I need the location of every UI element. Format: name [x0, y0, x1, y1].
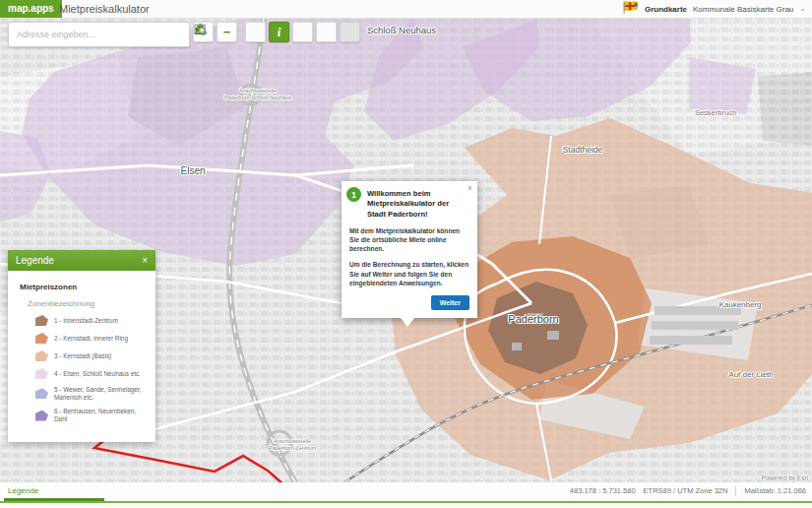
status-bar: Legende 483.178 : 5.731.580 ETRS89 / UTM…	[0, 482, 812, 508]
legend-items: 1 - Innenstadt-Zentrum2 - Kernstadt, inn…	[20, 315, 148, 423]
popup-paragraph: Um die Berechnung zu starten, klicken Si…	[349, 260, 469, 287]
legend-panel: Legende × Mietpreiszonen Zonenbezeichnun…	[8, 250, 156, 442]
map-place-label: Paderborn	[508, 313, 558, 326]
popup-paragraph: Mit dem Mietpreiskalkulator können Sie d…	[349, 226, 469, 254]
map-place-label: Schloß Neuhaus	[367, 25, 436, 35]
basemap-label: Grundkarte	[645, 5, 687, 14]
close-icon[interactable]: ×	[142, 256, 148, 266]
map-place-label: Anschlussstelle Paderborn-Schloß Neuhaus	[224, 88, 291, 100]
legend-item-label: 1 - Innenstadt-Zentrum	[54, 317, 118, 325]
coordinates-readout: 483.178 : 5.731.580	[570, 486, 636, 495]
warning-triangle-button[interactable]	[292, 22, 313, 42]
overview-map-icon	[193, 22, 208, 36]
legend-item: 5 - Wewer, Sande, Sennelager, Marienloh …	[35, 386, 148, 401]
chevron-down-icon[interactable]: ⌄	[799, 5, 806, 13]
zone-color-swatch	[35, 388, 48, 399]
tab-legende[interactable]: Legende	[8, 486, 38, 495]
zoom-out-button[interactable]: −	[217, 22, 237, 42]
legend-body: Mietpreiszonen Zonenbezeichnung 1 - Inne…	[8, 271, 156, 442]
weiter-button[interactable]: Weiter	[431, 295, 469, 310]
zone-color-swatch	[35, 368, 48, 379]
zone-color-swatch	[35, 333, 48, 344]
map-place-label: Elsen	[180, 165, 205, 177]
welcome-popup: 1 × Willkommen beim Mietpreiskalkulator …	[342, 181, 477, 318]
legend-item: 6 - Benhausen, Neuenbeken, Dahl	[35, 408, 148, 422]
status-divider	[735, 486, 736, 495]
home-button[interactable]	[245, 22, 266, 42]
popup-title: Willkommen beim Mietpreiskalkulator der …	[367, 189, 462, 220]
zone-color-swatch	[35, 350, 48, 361]
popup-pointer	[401, 318, 414, 327]
legend-item: 2 - Kernstadt, innerer Ring	[35, 333, 148, 344]
zone-color-swatch	[35, 315, 48, 326]
map-place-label: Anschlussstelle Paderborn-Zentrum	[269, 438, 316, 451]
legend-item-label: 6 - Benhausen, Neuenbeken, Dahl	[54, 408, 148, 422]
app-header: map.apps Mietpreiskalkulator Grundkarte …	[0, 0, 812, 19]
overview-map-button[interactable]	[340, 22, 360, 42]
tree-tool-button[interactable]	[316, 22, 337, 42]
minus-icon: −	[223, 25, 231, 39]
legend-item-label: 2 - Kernstadt, innerer Ring	[54, 335, 128, 343]
basemap-selector[interactable]: Kommunale Basiskarte Grau	[693, 5, 793, 14]
app-window: Schloß NeuhausSeskerbruchStadtheideElsen…	[0, 0, 812, 508]
statusbar-accent-line	[0, 501, 812, 503]
map-apps-logo: map.apps	[0, 0, 62, 18]
legend-item-label: 3 - Kernstadt (Basis)	[54, 352, 111, 360]
info-tool-button[interactable]: i	[269, 22, 289, 42]
search-input[interactable]	[9, 23, 189, 46]
legend-panel-header[interactable]: Legende ×	[8, 250, 156, 271]
map-place-label: Kaukenberg	[718, 300, 761, 310]
info-icon: i	[278, 25, 281, 40]
map-place-label: Stadtheide	[563, 145, 603, 155]
legend-field-label: Zonenbezeichnung	[28, 299, 148, 308]
esri-attribution[interactable]: Powered by Esri	[762, 475, 808, 481]
legend-item: 3 - Kernstadt (Basis)	[35, 350, 148, 361]
legend-panel-title: Legende	[16, 255, 54, 266]
zone-color-swatch	[35, 411, 48, 421]
crs-readout: ETRS89 / UTM Zone 32N	[644, 486, 728, 495]
scale-readout: Maßstab: 1:21.066	[744, 486, 806, 495]
legend-item: 1 - Innenstadt-Zentrum	[35, 315, 148, 326]
map-toolbar: + − i	[193, 22, 360, 42]
paderborn-coat-of-arms-icon	[622, 0, 639, 18]
popup-close-icon[interactable]: ×	[468, 183, 472, 193]
step-badge: 1	[346, 187, 361, 202]
legend-item-label: 4 - Elsen, Schloß Neuhaus etc.	[54, 370, 141, 378]
map-place-label: Seskerbruch	[695, 108, 736, 117]
legend-item-label: 5 - Wewer, Sande, Sennelager, Marienloh …	[54, 386, 148, 401]
legend-section-title: Mietpreiszonen	[20, 283, 148, 291]
page-title: Mietpreiskalkulator	[59, 0, 150, 18]
address-search	[8, 22, 190, 47]
map-place-label: Auf der Lieth	[728, 370, 773, 380]
legend-item: 4 - Elsen, Schloß Neuhaus etc.	[35, 368, 148, 379]
